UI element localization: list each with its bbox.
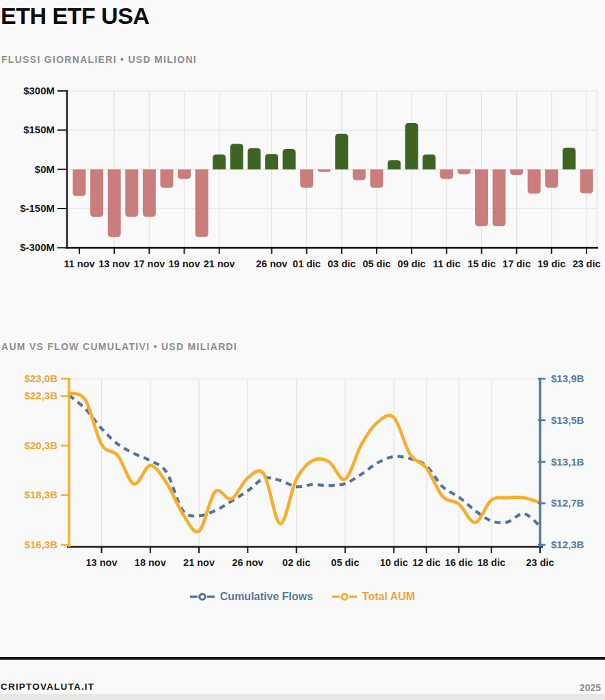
svg-text:05 dic: 05 dic xyxy=(362,258,390,269)
flow-bar xyxy=(370,170,383,188)
svg-text:$13,9B: $13,9B xyxy=(551,373,584,384)
svg-text:13 nov: 13 nov xyxy=(86,557,118,568)
line-chart-labels: $23,0B$22,3B$20,3B$18,3B$16,3B$13,9B$13,… xyxy=(25,373,584,568)
svg-text:12 dic: 12 dic xyxy=(412,557,440,568)
cumulative-flows-marker-icon xyxy=(190,592,215,602)
flow-bar xyxy=(475,170,488,226)
svg-text:$18,3B: $18,3B xyxy=(25,489,58,500)
flow-bar xyxy=(300,170,313,188)
flow-bar xyxy=(335,134,348,170)
svg-text:21 nov: 21 nov xyxy=(204,258,235,269)
total-aum-marker-icon xyxy=(332,592,357,602)
flow-bar xyxy=(563,148,576,170)
flow-bar xyxy=(160,170,173,188)
svg-text:$150M: $150M xyxy=(23,124,55,135)
flow-bar xyxy=(440,170,453,179)
flow-bar xyxy=(422,154,435,170)
svg-text:$20,3B: $20,3B xyxy=(25,440,58,451)
flow-bar xyxy=(247,148,260,170)
flow-bars xyxy=(73,123,593,237)
flow-bar xyxy=(230,144,243,170)
svg-text:$-150M: $-150M xyxy=(20,202,55,214)
svg-text:23 dic: 23 dic xyxy=(572,258,600,269)
chart-legend: Cumulative Flows Total AUM xyxy=(0,591,605,603)
flow-bar xyxy=(196,170,209,237)
footer-brand: CRIPTOVALUTA.IT xyxy=(1,682,94,692)
svg-text:05 dic: 05 dic xyxy=(331,557,359,568)
flow-bar xyxy=(73,170,86,196)
flow-bar xyxy=(510,170,523,175)
flow-bar xyxy=(353,170,366,180)
svg-text:19 dic: 19 dic xyxy=(537,258,565,269)
legend-label-total-aum: Total AUM xyxy=(362,591,415,603)
svg-text:$12,3B: $12,3B xyxy=(551,539,584,550)
svg-text:10 dic: 10 dic xyxy=(380,557,408,568)
svg-text:$22,3B: $22,3B xyxy=(25,390,58,401)
svg-text:18 dic: 18 dic xyxy=(477,557,505,568)
svg-text:26 nov: 26 nov xyxy=(256,258,287,269)
flow-bar xyxy=(265,154,278,170)
flow-bar xyxy=(178,170,191,179)
legend-item-cumulative-flows: Cumulative Flows xyxy=(190,591,313,603)
flow-bar xyxy=(125,170,138,217)
svg-text:11 dic: 11 dic xyxy=(433,258,460,269)
svg-text:21 nov: 21 nov xyxy=(183,557,215,568)
daily-flows-bar-chart: $300M$150M$0M$-150M$-300M11 nov13 nov17 … xyxy=(0,0,605,280)
svg-text:$300M: $300M xyxy=(23,85,55,96)
svg-text:11 nov: 11 nov xyxy=(64,258,94,269)
eth-etf-usa-infographic: ETH ETF USA FLUSSI GIORNALIERI • USD MIL… xyxy=(0,0,605,700)
svg-text:$-300M: $-300M xyxy=(20,241,55,253)
svg-text:23 dic: 23 dic xyxy=(526,557,554,568)
flow-bar xyxy=(405,123,418,170)
footer-divider xyxy=(0,657,605,660)
svg-text:17 dic: 17 dic xyxy=(502,258,530,269)
legend-label-cumulative-flows: Cumulative Flows xyxy=(220,591,313,603)
svg-text:26 nov: 26 nov xyxy=(232,557,263,568)
svg-text:13 nov: 13 nov xyxy=(98,258,130,269)
svg-text:01 dic: 01 dic xyxy=(293,258,321,269)
flow-bar xyxy=(283,149,296,170)
flow-bar xyxy=(108,170,121,237)
svg-text:03 dic: 03 dic xyxy=(327,258,355,269)
flow-bar xyxy=(580,170,593,193)
flow-bar xyxy=(90,170,103,217)
legend-item-total-aum: Total AUM xyxy=(332,591,415,603)
svg-text:$0M: $0M xyxy=(35,163,55,175)
flow-bar xyxy=(528,170,541,194)
line-chart-axes xyxy=(61,379,546,553)
svg-text:$12,7B: $12,7B xyxy=(551,497,584,509)
svg-text:18 nov: 18 nov xyxy=(135,557,166,568)
cumulative-flows-line xyxy=(69,395,540,526)
flow-bar xyxy=(388,160,401,169)
flow-bar xyxy=(457,170,470,174)
svg-text:$16,3B: $16,3B xyxy=(25,539,58,550)
svg-text:16 dic: 16 dic xyxy=(445,557,473,568)
svg-text:02 dic: 02 dic xyxy=(282,557,310,568)
line-chart-gridlines xyxy=(69,379,540,547)
data-lines xyxy=(69,393,540,532)
aum-vs-flows-line-chart: $23,0B$22,3B$20,3B$18,3B$16,3B$13,9B$13,… xyxy=(0,369,605,581)
svg-text:$13,1B: $13,1B xyxy=(551,456,584,468)
svg-text:19 nov: 19 nov xyxy=(169,258,200,269)
svg-text:17 nov: 17 nov xyxy=(133,258,165,269)
svg-text:09 dic: 09 dic xyxy=(398,258,426,269)
aum-vs-flows-subtitle: AUM VS FLOW CUMULATIVI • USD MILIARDI xyxy=(1,341,237,352)
footer-year: 2025 xyxy=(580,682,601,693)
flow-bar xyxy=(143,170,156,217)
flow-bar xyxy=(213,154,226,170)
svg-text:$13,5B: $13,5B xyxy=(551,414,584,426)
total-aum-line xyxy=(69,393,540,532)
flow-bar xyxy=(318,170,331,172)
flow-bar xyxy=(545,170,558,188)
svg-text:15 dic: 15 dic xyxy=(468,258,496,269)
bottom-strip xyxy=(0,694,605,700)
svg-text:$23,0B: $23,0B xyxy=(25,373,58,384)
flow-bar xyxy=(493,170,506,226)
